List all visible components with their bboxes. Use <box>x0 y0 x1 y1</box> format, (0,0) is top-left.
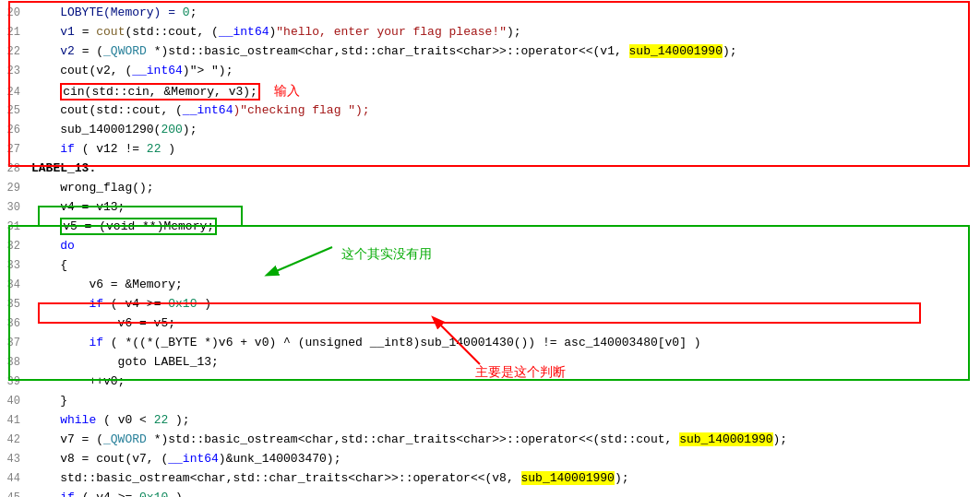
code-line: 34 v6 = &Memory; <box>0 276 980 295</box>
line-number: 41 <box>0 412 30 430</box>
line-content: goto LABEL_13; <box>30 353 980 372</box>
code-token: ); <box>168 413 189 427</box>
code-token: LABEL_13: <box>31 161 96 175</box>
code-token <box>31 142 60 156</box>
line-number: 45 <box>0 490 30 497</box>
code-token: )"checking flag "); <box>233 103 369 117</box>
line-number: 23 <box>0 63 30 80</box>
line-content: sub_140001290(200); <box>30 121 980 139</box>
line-content: cout(std::cout, (__int64)"checking flag … <box>30 101 980 120</box>
code-token: = ( <box>75 44 103 58</box>
highlighted-text: sub_140001990 <box>629 44 723 58</box>
line-content: if ( v12 != 22 ) <box>30 140 980 159</box>
code-token: cout <box>96 25 125 39</box>
code-token: if <box>89 336 103 349</box>
line-number: 24 <box>0 84 30 101</box>
code-line: 44 std::basic_ostream<char,std::char_tra… <box>0 469 980 489</box>
line-content: v7 = (_QWORD *)std::basic_ostream<char,s… <box>30 431 980 449</box>
green-box-inline: v5 = (void **)Memory; <box>60 218 217 235</box>
code-token: ( *((*(_BYTE *)v6 + v0) ^ (unsigned __in… <box>103 336 701 349</box>
code-token: ) <box>161 142 175 156</box>
line-content: std::basic_ostream<char,std::char_traits… <box>30 469 980 488</box>
line-number: 27 <box>0 141 30 159</box>
code-line: 26 sub_140001290(200); <box>0 121 980 140</box>
line-number: 44 <box>0 470 30 488</box>
code-line: 39 ++v0; <box>0 373 980 392</box>
code-token: ); <box>507 25 521 39</box>
code-line: 42 v7 = (_QWORD *)std::basic_ostream<cha… <box>0 431 980 450</box>
line-number: 31 <box>0 219 30 236</box>
highlighted-text: sub_140001990 <box>679 432 772 446</box>
code-token <box>31 297 89 311</box>
code-token: __int64 <box>183 103 233 117</box>
annotation-red-text: 输入 <box>274 84 300 98</box>
line-content: } <box>30 392 980 410</box>
line-content: LABEL_13: <box>30 160 980 178</box>
code-token: _QWORD <box>103 44 147 58</box>
line-number: 26 <box>0 122 30 139</box>
code-token: v4 = v13; <box>31 200 125 214</box>
code-line: 37 if ( *((*(_BYTE *)v6 + v0) ^ (unsigne… <box>0 334 980 353</box>
code-token: __int64 <box>132 64 183 77</box>
line-content: while ( v0 < 22 ); <box>30 411 980 430</box>
line-number: 32 <box>0 238 30 255</box>
code-token: { <box>31 258 67 272</box>
code-token: ); <box>723 44 737 58</box>
code-token: ); <box>615 471 629 485</box>
code-token: goto LABEL_13; <box>31 355 219 369</box>
code-line: 43 v8 = cout(v7, (__int64)&unk_140003470… <box>0 450 980 469</box>
code-token: ); <box>183 123 197 136</box>
code-line: 27 if ( v12 != 22 ) <box>0 140 980 160</box>
line-content: if ( *((*(_BYTE *)v6 + v0) ^ (unsigned _… <box>30 334 980 352</box>
code-token: ++v0; <box>31 374 125 388</box>
code-line: 33 { <box>0 256 980 276</box>
code-token: *)std::basic_ostream<char,std::char_trai… <box>147 44 629 58</box>
code-token: 0 <box>183 6 190 19</box>
line-content: if ( v4 >= 0x10 ) <box>30 489 980 497</box>
line-number: 37 <box>0 335 30 352</box>
line-number: 22 <box>0 43 30 61</box>
line-content: v8 = cout(v7, (__int64)&unk_140003470); <box>30 450 980 468</box>
code-line: 28LABEL_13: <box>0 160 980 179</box>
code-token: ); <box>773 432 788 446</box>
line-number: 33 <box>0 257 30 275</box>
code-token <box>31 491 60 497</box>
line-number: 40 <box>0 393 30 410</box>
code-token: 200 <box>161 123 182 136</box>
code-line: 35 if ( v4 >= 0x10 ) <box>0 295 980 314</box>
code-token: if <box>89 297 103 311</box>
code-token: 0x10 <box>139 491 168 497</box>
line-number: 29 <box>0 180 30 197</box>
line-content: v6 = &Memory; <box>30 276 980 294</box>
code-line: 40 } <box>0 392 980 411</box>
code-token: } <box>31 394 67 408</box>
code-line: 21 v1 = cout(std::cout, (__int64)"hello,… <box>0 23 980 42</box>
code-token <box>31 413 60 427</box>
code-token: sub_140001290( <box>31 123 161 136</box>
code-token: v6 = &Memory; <box>31 278 183 291</box>
code-token: )&unk_140003470); <box>219 452 341 466</box>
code-token: ) <box>197 297 211 311</box>
code-token: if <box>60 491 75 497</box>
code-token: (std::cout, ( <box>125 25 218 39</box>
code-line: 23 cout(v2, (__int64)"> "); <box>0 62 980 81</box>
red-box-inline: cin(std::cin, &Memory, v3); <box>60 83 260 101</box>
line-number: 28 <box>0 160 30 178</box>
line-number: 42 <box>0 432 30 449</box>
code-token: ) <box>168 491 183 497</box>
code-token: cout(v2, ( <box>31 64 132 77</box>
code-token: std::basic_ostream<char,std::char_traits… <box>31 471 521 485</box>
code-token <box>31 44 60 58</box>
code-token: __int64 <box>168 452 219 466</box>
code-token: v6 = v5; <box>31 316 175 330</box>
code-token: = <box>75 25 96 39</box>
line-content: wrong_flag(); <box>30 179 980 197</box>
code-token <box>260 85 275 99</box>
code-token: v8 = cout(v7, ( <box>31 452 168 466</box>
line-number: 21 <box>0 24 30 41</box>
code-token: do <box>60 239 75 253</box>
code-editor: 20 LOBYTE(Memory) = 0;21 v1 = cout(std::… <box>0 0 980 497</box>
line-content: v6 = v5; <box>30 314 980 333</box>
code-line: 20 LOBYTE(Memory) = 0; <box>0 4 980 23</box>
line-content: do <box>30 237 980 255</box>
